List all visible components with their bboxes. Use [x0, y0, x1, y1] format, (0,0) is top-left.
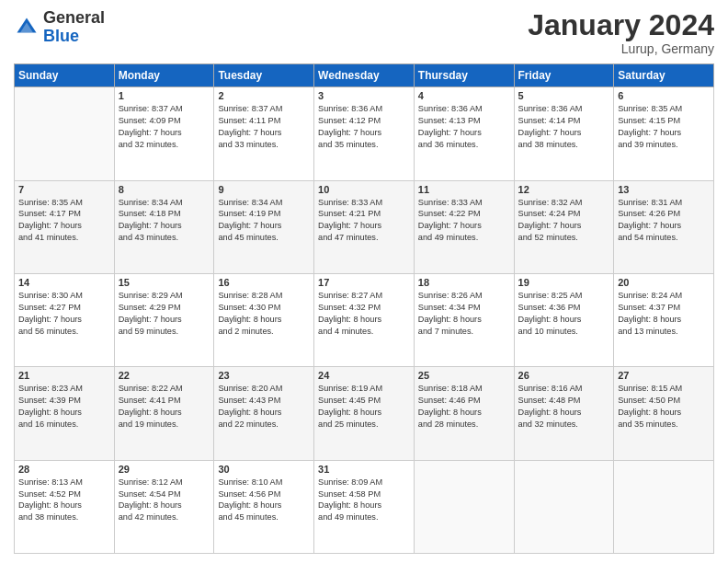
day-info: Sunrise: 8:24 AMSunset: 4:37 PMDaylight:…	[618, 290, 710, 338]
day-cell: 15Sunrise: 8:29 AMSunset: 4:29 PMDayligh…	[114, 273, 214, 366]
day-info: Sunrise: 8:25 AMSunset: 4:36 PMDaylight:…	[518, 290, 610, 338]
logo-general: General	[43, 8, 105, 27]
title-block: January 2024 Lurup, Germany	[528, 9, 714, 56]
day-cell: 7Sunrise: 8:35 AMSunset: 4:17 PMDaylight…	[15, 180, 115, 273]
day-cell: 22Sunrise: 8:22 AMSunset: 4:41 PMDayligh…	[114, 367, 214, 460]
day-number: 28	[18, 464, 110, 475]
day-number: 21	[18, 370, 110, 381]
day-info: Sunrise: 8:18 AMSunset: 4:46 PMDaylight:…	[418, 383, 510, 431]
day-cell: 1Sunrise: 8:37 AMSunset: 4:09 PMDaylight…	[114, 87, 214, 180]
day-info: Sunrise: 8:22 AMSunset: 4:41 PMDaylight:…	[119, 383, 210, 431]
day-info: Sunrise: 8:23 AMSunset: 4:39 PMDaylight:…	[18, 383, 110, 431]
day-number: 15	[119, 277, 210, 288]
day-number: 19	[518, 277, 610, 288]
day-number: 5	[518, 90, 610, 101]
day-info: Sunrise: 8:29 AMSunset: 4:29 PMDaylight:…	[119, 290, 210, 338]
page: General Blue January 2024 Lurup, Germany…	[0, 0, 728, 563]
day-number: 8	[119, 184, 210, 195]
weekday-wednesday: Wednesday	[314, 64, 415, 87]
calendar-header: SundayMondayTuesdayWednesdayThursdayFrid…	[15, 64, 714, 87]
day-cell: 13Sunrise: 8:31 AMSunset: 4:26 PMDayligh…	[614, 180, 714, 273]
day-number: 24	[318, 370, 410, 381]
week-row-4: 28Sunrise: 8:13 AMSunset: 4:52 PMDayligh…	[15, 460, 714, 553]
logo-icon	[14, 15, 40, 40]
day-number: 16	[218, 277, 310, 288]
day-number: 12	[518, 184, 610, 195]
day-cell	[15, 87, 115, 180]
day-cell: 5Sunrise: 8:36 AMSunset: 4:14 PMDaylight…	[514, 87, 614, 180]
day-info: Sunrise: 8:15 AMSunset: 4:50 PMDaylight:…	[618, 383, 710, 431]
logo: General Blue	[14, 9, 105, 46]
day-number: 30	[218, 464, 310, 475]
day-number: 29	[119, 464, 210, 475]
weekday-saturday: Saturday	[614, 64, 714, 87]
weekday-sunday: Sunday	[15, 64, 115, 87]
day-cell: 9Sunrise: 8:34 AMSunset: 4:19 PMDaylight…	[214, 180, 314, 273]
day-number: 22	[119, 370, 210, 381]
day-info: Sunrise: 8:28 AMSunset: 4:30 PMDaylight:…	[218, 290, 310, 338]
day-cell: 12Sunrise: 8:32 AMSunset: 4:24 PMDayligh…	[514, 180, 614, 273]
day-cell: 6Sunrise: 8:35 AMSunset: 4:15 PMDaylight…	[614, 87, 714, 180]
day-info: Sunrise: 8:34 AMSunset: 4:18 PMDaylight:…	[119, 197, 210, 245]
week-row-3: 21Sunrise: 8:23 AMSunset: 4:39 PMDayligh…	[15, 367, 714, 460]
day-cell	[614, 460, 714, 553]
day-number: 9	[218, 184, 310, 195]
day-info: Sunrise: 8:35 AMSunset: 4:15 PMDaylight:…	[618, 103, 710, 151]
day-info: Sunrise: 8:16 AMSunset: 4:48 PMDaylight:…	[518, 383, 610, 431]
week-row-2: 14Sunrise: 8:30 AMSunset: 4:27 PMDayligh…	[15, 273, 714, 366]
week-row-0: 1Sunrise: 8:37 AMSunset: 4:09 PMDaylight…	[15, 87, 714, 180]
day-cell: 21Sunrise: 8:23 AMSunset: 4:39 PMDayligh…	[15, 367, 115, 460]
day-number: 4	[418, 90, 510, 101]
logo-blue: Blue	[43, 27, 79, 45]
day-cell: 19Sunrise: 8:25 AMSunset: 4:36 PMDayligh…	[514, 273, 614, 366]
day-cell: 14Sunrise: 8:30 AMSunset: 4:27 PMDayligh…	[15, 273, 115, 366]
day-info: Sunrise: 8:19 AMSunset: 4:45 PMDaylight:…	[318, 383, 410, 431]
day-cell: 31Sunrise: 8:09 AMSunset: 4:58 PMDayligh…	[314, 460, 415, 553]
day-info: Sunrise: 8:09 AMSunset: 4:58 PMDaylight:…	[318, 477, 410, 524]
weekday-tuesday: Tuesday	[214, 64, 314, 87]
day-number: 13	[618, 184, 710, 195]
day-cell: 16Sunrise: 8:28 AMSunset: 4:30 PMDayligh…	[214, 273, 314, 366]
day-cell	[414, 460, 514, 553]
day-cell: 28Sunrise: 8:13 AMSunset: 4:52 PMDayligh…	[15, 460, 115, 553]
day-number: 11	[418, 184, 510, 195]
day-number: 10	[318, 184, 410, 195]
day-info: Sunrise: 8:31 AMSunset: 4:26 PMDaylight:…	[618, 197, 710, 245]
day-cell: 8Sunrise: 8:34 AMSunset: 4:18 PMDaylight…	[114, 180, 214, 273]
day-number: 20	[618, 277, 710, 288]
day-number: 31	[318, 464, 410, 475]
day-number: 25	[418, 370, 510, 381]
day-number: 7	[18, 184, 110, 195]
day-number: 17	[318, 277, 410, 288]
day-info: Sunrise: 8:36 AMSunset: 4:13 PMDaylight:…	[418, 103, 510, 151]
day-number: 27	[618, 370, 710, 381]
day-info: Sunrise: 8:32 AMSunset: 4:24 PMDaylight:…	[518, 197, 610, 245]
day-cell: 4Sunrise: 8:36 AMSunset: 4:13 PMDaylight…	[414, 87, 514, 180]
day-info: Sunrise: 8:37 AMSunset: 4:09 PMDaylight:…	[119, 103, 210, 151]
day-number: 6	[618, 90, 710, 101]
day-cell: 17Sunrise: 8:27 AMSunset: 4:32 PMDayligh…	[314, 273, 415, 366]
day-number: 18	[418, 277, 510, 288]
weekday-monday: Monday	[114, 64, 214, 87]
day-number: 23	[218, 370, 310, 381]
day-cell: 18Sunrise: 8:26 AMSunset: 4:34 PMDayligh…	[414, 273, 514, 366]
day-cell	[514, 460, 614, 553]
day-info: Sunrise: 8:30 AMSunset: 4:27 PMDaylight:…	[18, 290, 110, 338]
day-number: 3	[318, 90, 410, 101]
day-cell: 29Sunrise: 8:12 AMSunset: 4:54 PMDayligh…	[114, 460, 214, 553]
day-cell: 25Sunrise: 8:18 AMSunset: 4:46 PMDayligh…	[414, 367, 514, 460]
day-cell: 2Sunrise: 8:37 AMSunset: 4:11 PMDaylight…	[214, 87, 314, 180]
day-number: 26	[518, 370, 610, 381]
calendar-body: 1Sunrise: 8:37 AMSunset: 4:09 PMDaylight…	[15, 87, 714, 554]
day-info: Sunrise: 8:34 AMSunset: 4:19 PMDaylight:…	[218, 197, 310, 245]
day-info: Sunrise: 8:33 AMSunset: 4:21 PMDaylight:…	[318, 197, 410, 245]
day-cell: 27Sunrise: 8:15 AMSunset: 4:50 PMDayligh…	[614, 367, 714, 460]
day-info: Sunrise: 8:26 AMSunset: 4:34 PMDaylight:…	[418, 290, 510, 338]
weekday-header-row: SundayMondayTuesdayWednesdayThursdayFrid…	[15, 64, 714, 87]
day-info: Sunrise: 8:36 AMSunset: 4:12 PMDaylight:…	[318, 103, 410, 151]
day-info: Sunrise: 8:33 AMSunset: 4:22 PMDaylight:…	[418, 197, 510, 245]
day-cell: 30Sunrise: 8:10 AMSunset: 4:56 PMDayligh…	[214, 460, 314, 553]
day-cell: 23Sunrise: 8:20 AMSunset: 4:43 PMDayligh…	[214, 367, 314, 460]
day-info: Sunrise: 8:27 AMSunset: 4:32 PMDaylight:…	[318, 290, 410, 338]
day-number: 2	[218, 90, 310, 101]
